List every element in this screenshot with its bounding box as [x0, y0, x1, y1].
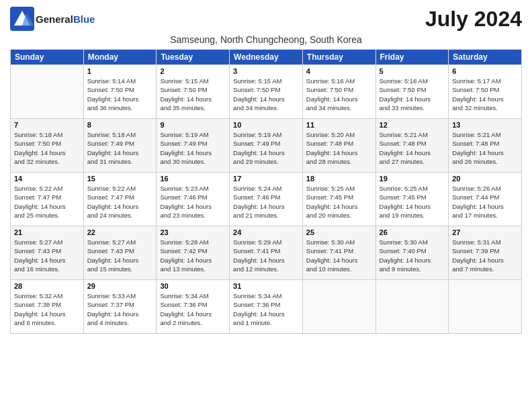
day-number: 19 [380, 175, 445, 183]
subtitle: Samseung, North Chungcheong, South Korea [10, 34, 522, 45]
day-number: 30 [160, 282, 226, 290]
table-cell: 11Sunrise: 5:20 AM Sunset: 7:48 PM Dayli… [302, 119, 375, 173]
table-cell: 16Sunrise: 5:23 AM Sunset: 7:46 PM Dayli… [157, 173, 230, 226]
day-number: 22 [87, 228, 153, 236]
week-row-1: 1Sunrise: 5:14 AM Sunset: 7:50 PM Daylig… [11, 65, 522, 119]
day-number: 12 [380, 121, 445, 129]
logo-general: General [36, 13, 73, 25]
day-number: 20 [452, 175, 518, 183]
day-info: Sunrise: 5:34 AM Sunset: 7:36 PM Dayligh… [233, 291, 299, 327]
day-number: 14 [14, 175, 80, 183]
calendar-header-row: Sunday Monday Tuesday Wednesday Thursday… [11, 50, 522, 65]
week-row-3: 14Sunrise: 5:22 AM Sunset: 7:47 PM Dayli… [11, 173, 522, 226]
col-sunday: Sunday [11, 50, 84, 65]
day-number: 13 [452, 121, 518, 129]
table-cell: 19Sunrise: 5:25 AM Sunset: 7:45 PM Dayli… [375, 173, 449, 226]
day-number: 24 [233, 228, 299, 236]
table-cell: 25Sunrise: 5:30 AM Sunset: 7:41 PM Dayli… [302, 226, 375, 280]
day-info: Sunrise: 5:24 AM Sunset: 7:46 PM Dayligh… [233, 184, 299, 220]
table-cell: 22Sunrise: 5:27 AM Sunset: 7:43 PM Dayli… [83, 226, 157, 280]
day-info: Sunrise: 5:16 AM Sunset: 7:50 PM Dayligh… [380, 77, 445, 112]
day-number: 11 [306, 121, 372, 129]
day-number: 27 [452, 228, 518, 236]
day-number: 7 [14, 121, 80, 129]
table-cell: 5Sunrise: 5:16 AM Sunset: 7:50 PM Daylig… [375, 65, 449, 119]
table-cell: 24Sunrise: 5:29 AM Sunset: 7:41 PM Dayli… [230, 226, 303, 280]
table-cell: 2Sunrise: 5:15 AM Sunset: 7:50 PM Daylig… [157, 65, 230, 119]
day-info: Sunrise: 5:22 AM Sunset: 7:47 PM Dayligh… [87, 184, 153, 220]
table-cell [302, 280, 375, 334]
day-number: 23 [160, 228, 226, 236]
day-info: Sunrise: 5:31 AM Sunset: 7:39 PM Dayligh… [452, 238, 518, 273]
day-info: Sunrise: 5:26 AM Sunset: 7:44 PM Dayligh… [452, 184, 518, 220]
title-section: July 2024 [425, 7, 522, 32]
table-cell: 26Sunrise: 5:30 AM Sunset: 7:40 PM Dayli… [375, 226, 449, 280]
table-cell: 23Sunrise: 5:28 AM Sunset: 7:42 PM Dayli… [157, 226, 230, 280]
day-number: 15 [87, 175, 153, 183]
day-info: Sunrise: 5:15 AM Sunset: 7:50 PM Dayligh… [233, 77, 299, 112]
day-info: Sunrise: 5:25 AM Sunset: 7:45 PM Dayligh… [306, 184, 372, 220]
table-cell [11, 65, 84, 119]
table-cell: 30Sunrise: 5:34 AM Sunset: 7:36 PM Dayli… [157, 280, 230, 334]
day-number: 29 [87, 282, 153, 290]
table-cell: 18Sunrise: 5:25 AM Sunset: 7:45 PM Dayli… [302, 173, 375, 226]
table-cell: 21Sunrise: 5:27 AM Sunset: 7:43 PM Dayli… [11, 226, 84, 280]
table-cell: 8Sunrise: 5:18 AM Sunset: 7:49 PM Daylig… [83, 119, 157, 173]
day-info: Sunrise: 5:21 AM Sunset: 7:48 PM Dayligh… [452, 130, 518, 166]
logo-icon [10, 7, 34, 31]
table-cell: 31Sunrise: 5:34 AM Sunset: 7:36 PM Dayli… [230, 280, 303, 334]
day-info: Sunrise: 5:33 AM Sunset: 7:37 PM Dayligh… [87, 291, 153, 327]
day-info: Sunrise: 5:30 AM Sunset: 7:41 PM Dayligh… [306, 238, 372, 273]
day-number: 8 [87, 121, 153, 129]
table-cell: 1Sunrise: 5:14 AM Sunset: 7:50 PM Daylig… [83, 65, 157, 119]
day-number: 28 [14, 282, 80, 290]
day-info: Sunrise: 5:22 AM Sunset: 7:47 PM Dayligh… [14, 184, 80, 220]
day-number: 26 [380, 228, 445, 236]
day-number: 2 [160, 67, 226, 75]
day-info: Sunrise: 5:18 AM Sunset: 7:50 PM Dayligh… [14, 130, 80, 166]
table-cell: 12Sunrise: 5:21 AM Sunset: 7:48 PM Dayli… [375, 119, 449, 173]
day-number: 17 [233, 175, 299, 183]
table-cell: 17Sunrise: 5:24 AM Sunset: 7:46 PM Dayli… [230, 173, 303, 226]
table-cell: 29Sunrise: 5:33 AM Sunset: 7:37 PM Dayli… [83, 280, 157, 334]
table-cell: 13Sunrise: 5:21 AM Sunset: 7:48 PM Dayli… [449, 119, 522, 173]
table-cell: 28Sunrise: 5:32 AM Sunset: 7:38 PM Dayli… [11, 280, 84, 334]
day-info: Sunrise: 5:16 AM Sunset: 7:50 PM Dayligh… [306, 77, 372, 112]
table-cell: 4Sunrise: 5:16 AM Sunset: 7:50 PM Daylig… [302, 65, 375, 119]
day-info: Sunrise: 5:15 AM Sunset: 7:50 PM Dayligh… [160, 77, 226, 112]
table-cell [449, 280, 522, 334]
day-number: 25 [306, 228, 372, 236]
col-thursday: Thursday [302, 50, 375, 65]
day-number: 10 [233, 121, 299, 129]
day-number: 21 [14, 228, 80, 236]
table-cell: 27Sunrise: 5:31 AM Sunset: 7:39 PM Dayli… [449, 226, 522, 280]
day-number: 9 [160, 121, 226, 129]
day-number: 16 [160, 175, 226, 183]
logo-blue: Blue [73, 13, 95, 25]
day-info: Sunrise: 5:30 AM Sunset: 7:40 PM Dayligh… [380, 238, 445, 273]
table-cell: 14Sunrise: 5:22 AM Sunset: 7:47 PM Dayli… [11, 173, 84, 226]
table-cell: 20Sunrise: 5:26 AM Sunset: 7:44 PM Dayli… [449, 173, 522, 226]
day-number: 18 [306, 175, 372, 183]
day-info: Sunrise: 5:14 AM Sunset: 7:50 PM Dayligh… [87, 77, 153, 112]
day-info: Sunrise: 5:21 AM Sunset: 7:48 PM Dayligh… [380, 130, 445, 166]
day-number: 1 [87, 67, 153, 75]
day-info: Sunrise: 5:23 AM Sunset: 7:46 PM Dayligh… [160, 184, 226, 220]
header: General Blue July 2024 [10, 7, 522, 32]
col-friday: Friday [375, 50, 449, 65]
col-wednesday: Wednesday [230, 50, 303, 65]
day-info: Sunrise: 5:32 AM Sunset: 7:38 PM Dayligh… [14, 291, 80, 327]
table-cell: 15Sunrise: 5:22 AM Sunset: 7:47 PM Dayli… [83, 173, 157, 226]
day-number: 5 [380, 67, 445, 75]
table-cell: 6Sunrise: 5:17 AM Sunset: 7:50 PM Daylig… [449, 65, 522, 119]
day-number: 31 [233, 282, 299, 290]
week-row-4: 21Sunrise: 5:27 AM Sunset: 7:43 PM Dayli… [11, 226, 522, 280]
day-info: Sunrise: 5:18 AM Sunset: 7:49 PM Dayligh… [87, 130, 153, 166]
day-info: Sunrise: 5:28 AM Sunset: 7:42 PM Dayligh… [160, 238, 226, 273]
day-info: Sunrise: 5:29 AM Sunset: 7:41 PM Dayligh… [233, 238, 299, 273]
day-number: 4 [306, 67, 372, 75]
day-info: Sunrise: 5:19 AM Sunset: 7:49 PM Dayligh… [160, 130, 226, 166]
month-title: July 2024 [425, 7, 522, 32]
col-tuesday: Tuesday [157, 50, 230, 65]
day-info: Sunrise: 5:19 AM Sunset: 7:49 PM Dayligh… [233, 130, 299, 166]
